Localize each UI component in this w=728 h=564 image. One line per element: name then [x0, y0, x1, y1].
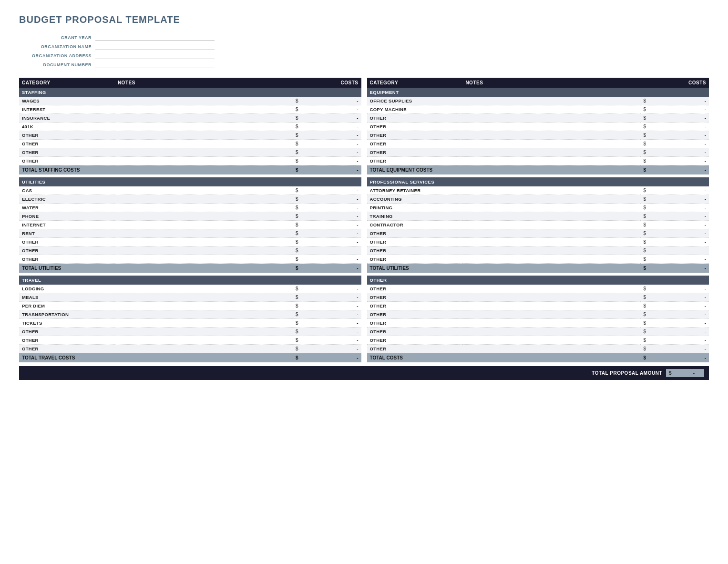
cost-input[interactable]	[330, 222, 359, 227]
cost-input[interactable]	[677, 222, 706, 227]
row-cost[interactable]: $	[293, 186, 361, 195]
row-cost[interactable]: $	[640, 336, 709, 345]
notes-input[interactable]	[118, 150, 290, 155]
row-cost[interactable]: $	[640, 238, 709, 246]
notes-input[interactable]	[465, 346, 637, 351]
row-notes[interactable]	[115, 221, 293, 229]
notes-input[interactable]	[465, 107, 637, 112]
notes-input[interactable]	[465, 312, 637, 317]
row-notes[interactable]	[462, 328, 640, 336]
row-notes[interactable]	[115, 255, 293, 264]
row-cost[interactable]: $	[293, 238, 361, 246]
notes-input[interactable]	[465, 124, 637, 129]
cost-input[interactable]	[677, 150, 706, 155]
row-cost[interactable]: $	[640, 345, 709, 353]
cost-input[interactable]	[330, 188, 359, 193]
row-cost[interactable]: $	[293, 246, 361, 255]
notes-input[interactable]	[118, 231, 290, 236]
cost-input[interactable]	[330, 98, 359, 103]
row-notes[interactable]	[115, 105, 293, 114]
form-input-organization-name[interactable]	[95, 43, 215, 50]
cost-input[interactable]	[330, 256, 359, 262]
notes-input[interactable]	[465, 98, 637, 103]
cost-input[interactable]	[330, 286, 359, 291]
cost-input[interactable]	[330, 320, 359, 326]
row-notes[interactable]	[115, 123, 293, 131]
row-cost[interactable]: $	[640, 148, 709, 157]
row-notes[interactable]	[462, 97, 640, 105]
cost-input[interactable]	[677, 286, 706, 291]
notes-input[interactable]	[118, 222, 290, 227]
cost-input[interactable]	[330, 214, 359, 219]
cost-input[interactable]	[330, 150, 359, 155]
notes-input[interactable]	[118, 124, 290, 129]
row-cost[interactable]: $	[640, 131, 709, 140]
row-cost[interactable]: $	[293, 319, 361, 328]
notes-input[interactable]	[118, 338, 290, 343]
row-cost[interactable]: $	[293, 336, 361, 345]
notes-input[interactable]	[118, 329, 290, 334]
row-notes[interactable]	[462, 345, 640, 353]
notes-input[interactable]	[465, 295, 637, 300]
cost-input[interactable]	[677, 141, 706, 146]
row-notes[interactable]	[115, 238, 293, 246]
notes-input[interactable]	[118, 115, 290, 121]
cost-input[interactable]	[330, 295, 359, 300]
row-notes[interactable]	[462, 140, 640, 148]
form-input-grant-year[interactable]	[95, 34, 215, 41]
row-notes[interactable]	[462, 204, 640, 212]
row-cost[interactable]: $	[640, 204, 709, 212]
cost-input[interactable]	[677, 98, 706, 103]
row-notes[interactable]	[115, 140, 293, 148]
row-notes[interactable]	[115, 246, 293, 255]
row-cost[interactable]: $	[293, 345, 361, 353]
row-cost[interactable]: $	[293, 195, 361, 204]
cost-input[interactable]	[330, 133, 359, 138]
notes-input[interactable]	[465, 248, 637, 253]
cost-input[interactable]	[677, 346, 706, 351]
row-cost[interactable]: $	[640, 310, 709, 319]
notes-input[interactable]	[465, 338, 637, 343]
notes-input[interactable]	[118, 346, 290, 351]
notes-input[interactable]	[465, 329, 637, 334]
row-cost[interactable]: $	[293, 97, 361, 105]
row-cost[interactable]: $	[640, 285, 709, 293]
cost-input[interactable]	[677, 107, 706, 112]
row-cost[interactable]: $	[293, 140, 361, 148]
notes-input[interactable]	[465, 222, 637, 227]
cost-input[interactable]	[330, 248, 359, 253]
notes-input[interactable]	[465, 286, 637, 291]
row-notes[interactable]	[115, 97, 293, 105]
cost-input[interactable]	[330, 205, 359, 210]
row-notes[interactable]	[115, 195, 293, 204]
row-notes[interactable]	[462, 310, 640, 319]
notes-input[interactable]	[118, 312, 290, 317]
row-cost[interactable]: $	[640, 157, 709, 165]
row-cost[interactable]: $	[640, 319, 709, 328]
row-cost[interactable]: $	[293, 157, 361, 165]
notes-input[interactable]	[465, 115, 637, 121]
notes-input[interactable]	[118, 320, 290, 326]
row-cost[interactable]: $	[640, 302, 709, 310]
row-cost[interactable]: $	[640, 255, 709, 264]
row-notes[interactable]	[462, 302, 640, 310]
row-notes[interactable]	[115, 310, 293, 319]
row-notes[interactable]	[115, 114, 293, 123]
row-notes[interactable]	[462, 238, 640, 246]
row-notes[interactable]	[462, 157, 640, 165]
row-cost[interactable]: $	[293, 204, 361, 212]
cost-input[interactable]	[330, 124, 359, 129]
row-notes[interactable]	[462, 293, 640, 302]
row-cost[interactable]: $	[640, 140, 709, 148]
row-notes[interactable]	[462, 212, 640, 221]
row-notes[interactable]	[115, 204, 293, 212]
cost-input[interactable]	[330, 231, 359, 236]
cost-input[interactable]	[330, 239, 359, 245]
cost-input[interactable]	[677, 329, 706, 334]
row-cost[interactable]: $	[640, 212, 709, 221]
row-notes[interactable]	[115, 293, 293, 302]
row-notes[interactable]	[462, 285, 640, 293]
notes-input[interactable]	[465, 256, 637, 262]
notes-input[interactable]	[118, 158, 290, 164]
row-notes[interactable]	[462, 255, 640, 264]
